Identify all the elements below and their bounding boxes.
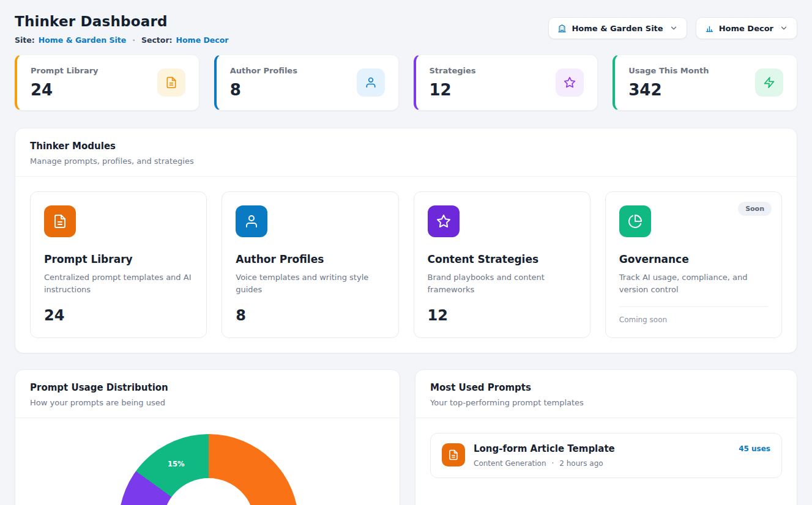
modules-title: Thinker Modules: [30, 141, 782, 152]
stat-value: 342: [628, 81, 709, 99]
prompts-subtitle: Your top-performing prompt templates: [430, 398, 782, 407]
stat-card-author-profiles: Author Profiles 8: [214, 54, 399, 111]
sector-link[interactable]: Home Decor: [176, 35, 229, 45]
module-title: Governance: [619, 253, 768, 265]
module-card-prompt-library[interactable]: Prompt Library Centralized prompt templa…: [30, 191, 207, 338]
module-value: 24: [44, 296, 193, 324]
building-icon: [557, 24, 567, 33]
stat-label: Strategies: [430, 66, 476, 75]
stat-value: 24: [31, 81, 99, 99]
module-title: Author Profiles: [236, 253, 384, 265]
site-selector-label: Home & Garden Site: [572, 24, 663, 33]
chevron-down-icon: [780, 24, 788, 32]
site-sector-line: Site: Home & Garden Site · Sector: Home …: [15, 35, 228, 45]
modules-panel-header: Thinker Modules Manage prompts, profiles…: [15, 128, 797, 177]
module-description: Centralized prompt templates and AI inst…: [44, 271, 193, 296]
prompt-category: Content Generation: [474, 459, 546, 468]
header-left: Thinker Dashboard Site: Home & Garden Si…: [15, 10, 228, 45]
prompts-panel-header: Most Used Prompts Your top-performing pr…: [415, 370, 797, 418]
module-card-author-profiles[interactable]: Author Profiles Voice templates and writ…: [222, 191, 398, 338]
prompt-item-body: Long-form Article Template Content Gener…: [474, 443, 730, 468]
stat-text: Strategies 12: [430, 66, 476, 99]
module-description: Track AI usage, compliance, and version …: [619, 271, 768, 296]
stat-label: Author Profiles: [230, 66, 297, 75]
stat-label: Prompt Library: [31, 66, 99, 75]
stat-card-prompt-library: Prompt Library 24: [15, 54, 199, 111]
donut-chart-ring: 15%: [119, 434, 299, 505]
site-label: Site:: [15, 35, 35, 45]
sector-selector-dropdown[interactable]: Home Decor: [696, 17, 797, 39]
star-icon: [428, 205, 460, 237]
stat-text: Prompt Library 24: [31, 66, 99, 99]
prompt-time: 2 hours ago: [559, 459, 603, 468]
prompt-item-title: Long-form Article Template: [474, 443, 730, 454]
prompt-usage-panel: Prompt Usage Distribution How your promp…: [15, 369, 400, 505]
module-coming-soon: Coming soon: [619, 306, 768, 324]
modules-grid: Prompt Library Centralized prompt templa…: [15, 177, 797, 353]
module-title: Content Strategies: [428, 253, 576, 265]
most-used-prompts-panel: Most Used Prompts Your top-performing pr…: [415, 369, 797, 505]
user-icon: [357, 68, 385, 97]
bolt-icon: [755, 68, 783, 97]
usage-title: Prompt Usage Distribution: [30, 382, 385, 393]
bar-chart-icon: [705, 24, 714, 33]
donut-chart-hole: [163, 478, 255, 505]
dashboard-page: Thinker Dashboard Site: Home & Garden Si…: [0, 0, 812, 505]
modules-subtitle: Manage prompts, profiles, and strategies: [30, 157, 782, 166]
module-description: Voice templates and writing style guides: [236, 271, 384, 296]
user-icon: [236, 205, 267, 237]
chevron-down-icon: [669, 24, 678, 32]
separator-dot: ·: [130, 35, 138, 45]
donut-segment-label: 15%: [168, 460, 185, 468]
prompt-uses-badge: 45 uses: [739, 444, 770, 453]
sector-label: Sector:: [141, 35, 173, 45]
sector-selector-label: Home Decor: [719, 24, 773, 33]
stat-card-usage: Usage This Month 342: [613, 54, 797, 111]
header-selectors: Home & Garden Site Home Decor: [548, 17, 797, 39]
usage-panel-header: Prompt Usage Distribution How your promp…: [15, 370, 400, 418]
stat-value: 8: [230, 81, 297, 99]
page-header: Thinker Dashboard Site: Home & Garden Si…: [15, 10, 797, 45]
donut-chart: 15%: [15, 418, 400, 505]
module-description: Brand playbooks and content frameworks: [428, 271, 576, 296]
stats-row: Prompt Library 24 Author Profiles 8 Stra…: [15, 54, 797, 111]
document-icon: [44, 205, 76, 237]
bottom-row: Prompt Usage Distribution How your promp…: [15, 369, 797, 505]
meta-separator: ·: [551, 459, 554, 468]
module-title: Prompt Library: [44, 253, 193, 265]
module-card-governance[interactable]: Soon Governance Track AI usage, complian…: [605, 191, 782, 338]
module-card-content-strategies[interactable]: Content Strategies Brand playbooks and c…: [414, 191, 590, 338]
soon-badge: Soon: [738, 202, 772, 216]
site-selector-dropdown[interactable]: Home & Garden Site: [548, 17, 687, 39]
site-link[interactable]: Home & Garden Site: [39, 35, 126, 45]
stat-value: 12: [430, 81, 476, 99]
page-title: Thinker Dashboard: [15, 13, 228, 29]
star-icon: [556, 68, 584, 97]
thinker-modules-panel: Thinker Modules Manage prompts, profiles…: [15, 128, 797, 353]
document-icon: [157, 68, 185, 97]
pie-chart-icon: [619, 205, 651, 237]
module-value: 12: [428, 296, 576, 324]
prompts-title: Most Used Prompts: [430, 382, 782, 393]
prompt-list-item[interactable]: Long-form Article Template Content Gener…: [430, 433, 782, 478]
stat-label: Usage This Month: [628, 66, 709, 75]
prompt-item-meta: Content Generation · 2 hours ago: [474, 459, 730, 468]
stat-text: Author Profiles 8: [230, 66, 297, 99]
stat-text: Usage This Month 342: [628, 66, 709, 99]
stat-card-strategies: Strategies 12: [414, 54, 598, 111]
usage-subtitle: How your prompts are being used: [30, 398, 385, 407]
module-value: 8: [236, 296, 384, 324]
document-icon: [442, 443, 465, 466]
